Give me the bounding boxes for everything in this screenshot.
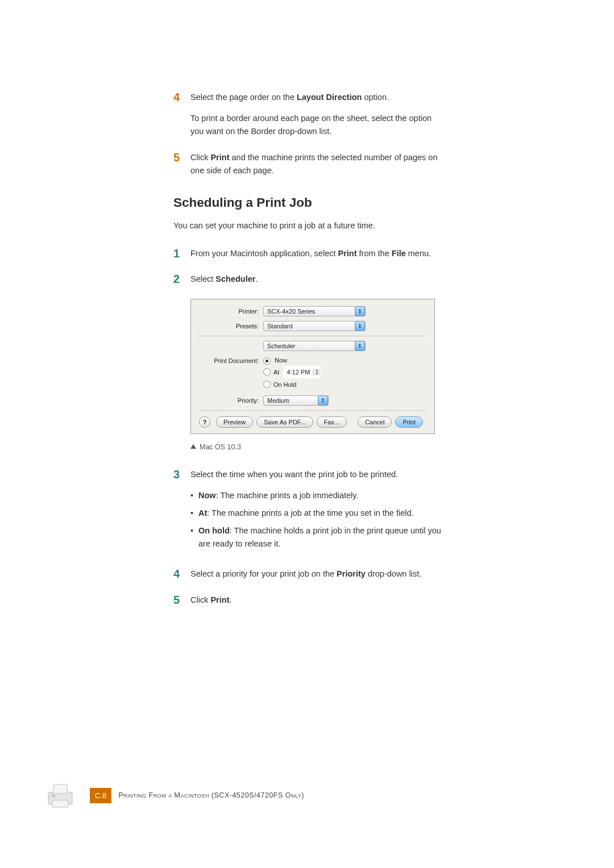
bullet-item: At: The machine prints a job at the time… [190, 507, 446, 520]
printer-icon [44, 779, 76, 811]
triangle-up-icon [190, 444, 196, 449]
print-dialog-screenshot: Printer: SCX-4x20 Series ▲▼ Presets: Sta… [190, 299, 446, 434]
dialog-divider [199, 336, 426, 336]
section-heading: Scheduling a Print Job [173, 195, 446, 210]
time-stepper-icon[interactable]: ▲▼ [313, 369, 320, 375]
presets-popup[interactable]: Standard ▲▼ [263, 321, 366, 331]
priority-popup[interactable]: Medium ▲▼ [263, 395, 329, 406]
section-intro: You can set your machine to print a job … [173, 219, 446, 232]
preview-button[interactable]: Preview [216, 416, 253, 428]
priority-value: Medium [267, 397, 289, 404]
step-body: From your Macintosh application, select … [190, 247, 446, 260]
save-as-pdf-button[interactable]: Save As PDF... [256, 416, 313, 428]
help-button[interactable]: ? [199, 416, 210, 428]
step: 1From your Macintosh application, select… [173, 247, 446, 260]
bullet-item: Now: The machine prints a job immediatel… [190, 489, 446, 502]
step-body: Select Scheduler. [190, 273, 446, 286]
radio-onhold[interactable] [263, 381, 271, 388]
pane-popup[interactable]: Scheduler ▲▼ [263, 341, 366, 351]
screenshot-caption: Mac OS 10.3 [190, 443, 446, 451]
content-area: 4Select the page order on the Layout Dir… [173, 91, 446, 619]
popup-arrows-icon: ▲▼ [318, 395, 328, 406]
at-time-field[interactable]: 4:12 PM ▲▼ [283, 366, 321, 378]
step-body: Select the time when you want the print … [190, 468, 446, 556]
step: 5Click Print and the machine prints the … [173, 151, 446, 177]
popup-arrows-icon: ▲▼ [355, 306, 365, 316]
presets-value: Standard [267, 323, 293, 329]
bullet-item: On hold: The machine holds a print job i… [190, 524, 446, 550]
presets-label: Presets: [199, 323, 263, 329]
step: 3 Select the time when you want the prin… [173, 468, 446, 556]
print-document-label: Print Document: [199, 357, 263, 364]
cancel-button[interactable]: Cancel [358, 416, 392, 428]
step-text: Select the time when you want the print … [190, 468, 446, 481]
page-number-badge: C.8 [90, 788, 111, 803]
radio-at[interactable] [263, 368, 271, 375]
svg-rect-3 [51, 794, 55, 797]
step3-bullet-list: Now: The machine prints a job immediatel… [190, 489, 446, 551]
step-body: Click Print and the machine prints the s… [190, 151, 446, 177]
step-body: Select a priority for your print job on … [190, 567, 446, 581]
step: 4Select the page order on the Layout Dir… [173, 91, 446, 139]
printer-label: Printer: [199, 308, 263, 315]
print-button[interactable]: Print [395, 416, 423, 428]
step-body: Click Print. [190, 594, 446, 607]
step-number: 2 [173, 273, 190, 285]
radio-now[interactable] [263, 357, 271, 365]
svg-rect-2 [52, 800, 68, 807]
page-footer: C.8 Printing From a Macintosh (SCX-4520S… [44, 779, 304, 811]
step: 4Select a priority for your print job on… [173, 567, 446, 581]
document-page: 4Select the page order on the Layout Dir… [0, 0, 614, 868]
step-text: Click Print and the machine prints the s… [190, 151, 446, 177]
dialog-divider [199, 410, 426, 411]
step-text: From your Macintosh application, select … [190, 247, 446, 260]
svg-rect-1 [53, 784, 68, 794]
opt-at-label: At [273, 367, 279, 377]
priority-label: Priority: [199, 397, 263, 404]
at-time-value: 4:12 PM [284, 366, 313, 378]
step-number: 5 [173, 594, 190, 606]
step-body: Select the page order on the Layout Dire… [190, 91, 446, 139]
popup-arrows-icon: ▲▼ [355, 321, 365, 331]
pane-value: Scheduler [267, 343, 296, 349]
step-text: Select Scheduler. [190, 273, 446, 286]
step-number: 3 [173, 468, 190, 480]
printer-popup[interactable]: SCX-4x20 Series ▲▼ [263, 306, 366, 316]
step-text: Select the page order on the Layout Dire… [190, 91, 446, 104]
popup-arrows-icon: ▲▼ [355, 341, 365, 351]
step-text: To print a border around each page on th… [190, 112, 446, 138]
step: 5Click Print. [173, 594, 446, 607]
step: 2Select Scheduler. [173, 273, 446, 286]
step-text: Click Print. [190, 594, 446, 607]
footer-text: Printing From a Macintosh (SCX-4520S/472… [118, 791, 304, 799]
step-number: 5 [173, 151, 190, 163]
step-text: Select a priority for your print job on … [190, 567, 446, 581]
step-number: 4 [173, 567, 190, 579]
opt-now-label: Now [275, 357, 287, 364]
fax-button[interactable]: Fax... [317, 416, 347, 428]
opt-onhold-label: On Hold [273, 379, 296, 390]
printer-value: SCX-4x20 Series [267, 308, 315, 315]
step-number: 1 [173, 247, 190, 259]
step-number: 4 [173, 91, 190, 103]
